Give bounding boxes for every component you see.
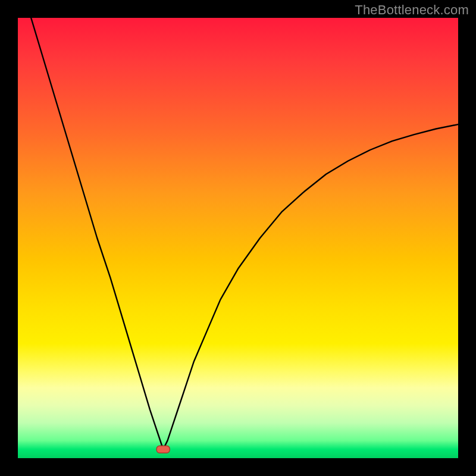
watermark-text: TheBottleneck.com [355, 2, 469, 18]
plot-background-gradient [18, 18, 458, 458]
chart-frame: TheBottleneck.com [0, 0, 476, 476]
